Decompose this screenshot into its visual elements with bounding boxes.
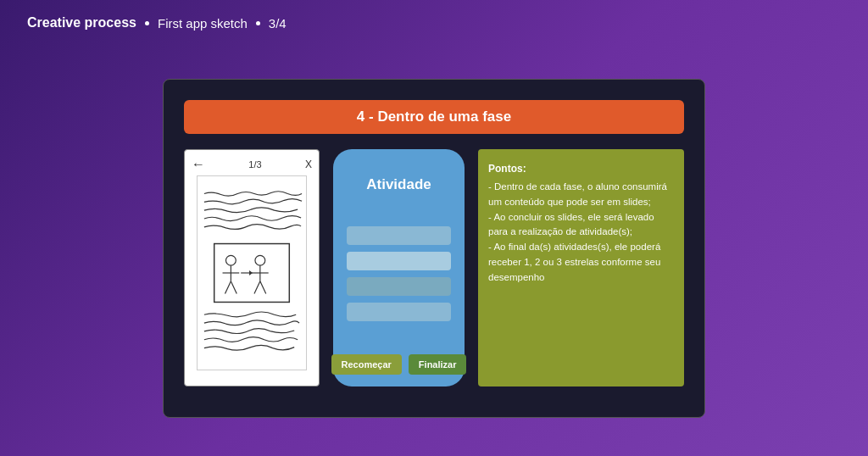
header-title: Creative process — [27, 15, 136, 31]
sketch-nav: ← 1/3 X — [192, 157, 312, 172]
svg-point-1 — [225, 255, 236, 265]
activity-option-1[interactable] — [347, 226, 451, 245]
recomecar-button[interactable]: Recomeçar — [331, 354, 402, 375]
header: Creative process First app sketch 3/4 — [0, 0, 868, 46]
header-dot-2 — [256, 21, 260, 25]
header-subtitle: First app sketch — [158, 16, 248, 31]
sketch-svg — [198, 176, 306, 370]
activity-option-2[interactable] — [347, 252, 451, 270]
content-card: 4 - Dentro de uma fase ← 1/3 X — [163, 79, 705, 418]
notes-panel: Pontos: - Dentro de cada fase, o aluno c… — [478, 149, 684, 386]
svg-marker-12 — [249, 270, 253, 275]
svg-line-9 — [254, 281, 260, 294]
activity-options — [347, 226, 451, 321]
activity-option-4[interactable] — [347, 303, 451, 321]
header-dot-1 — [145, 21, 149, 25]
sketch-page-num: 1/3 — [248, 159, 261, 170]
main-content: 4 - Dentro de uma fase ← 1/3 X — [0, 46, 868, 451]
activity-option-3[interactable] — [347, 277, 451, 296]
sketch-panel: ← 1/3 X — [184, 149, 320, 386]
card-title: 4 - Dentro de uma fase — [184, 100, 684, 134]
sketch-drawing — [197, 175, 307, 370]
notes-body: - Dentro de cada fase, o aluno consumirá… — [488, 180, 674, 286]
svg-point-6 — [255, 255, 265, 265]
sketch-close[interactable]: X — [305, 158, 312, 170]
activity-panel: Atividade Recomeçar Finalizar — [333, 149, 465, 386]
activity-buttons: Recomeçar Finalizar — [347, 354, 451, 375]
svg-line-4 — [225, 281, 231, 294]
svg-line-10 — [260, 281, 266, 294]
header-page: 3/4 — [269, 16, 287, 31]
content-row: ← 1/3 X — [184, 149, 684, 386]
activity-label: Atividade — [366, 176, 431, 193]
svg-line-5 — [231, 281, 236, 294]
finalizar-button[interactable]: Finalizar — [409, 354, 467, 375]
sketch-back-arrow[interactable]: ← — [192, 157, 205, 172]
notes-title: Pontos: — [488, 161, 674, 176]
